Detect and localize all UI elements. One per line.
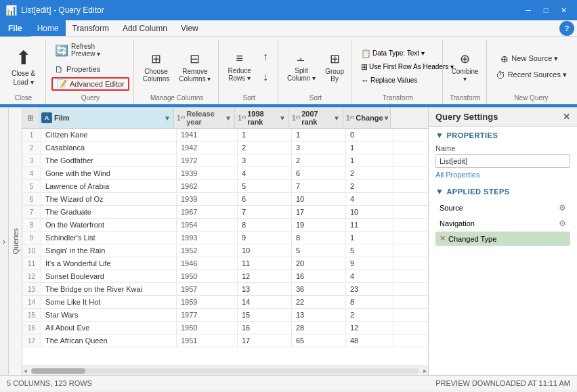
properties-button[interactable]: 🗋 Properties [51,62,119,76]
table-row[interactable]: 4 Gone with the Wind 1939 4 6 2 [22,167,428,180]
table-row[interactable]: 7 The Graduate 1967 7 17 10 [22,206,428,219]
table-row[interactable]: 2 Casablanca 1942 2 3 1 [22,141,428,154]
scroll-right-btn[interactable]: ▸ [422,367,428,374]
app-icon: 📊 [5,5,17,16]
remove-columns-label: RemoveColumns ▾ [179,68,211,83]
menu-transform[interactable]: Transform [66,20,116,36]
scroll-thumb[interactable] [31,368,85,374]
th-rank07[interactable]: 1²³ 2007 rank ▼ [289,108,343,128]
combine-button[interactable]: ⊕ Combine▾ [448,45,482,89]
nav-arrow-left[interactable]: › [0,108,9,375]
reduce-rows-label: ReduceRows ▾ [228,67,251,82]
th-rank07-menu[interactable]: ▼ [333,114,340,122]
sort-desc-button[interactable]: ↓ [257,68,274,87]
group-by-button[interactable]: ⊞ GroupBy [322,45,347,89]
step-gear-icon[interactable]: ⚙ [559,219,566,228]
remove-columns-icon: ⊟ [190,51,200,66]
query-settings-close[interactable]: ✕ [563,112,570,122]
th-rank98[interactable]: 1²³ 1998 rank ▼ [235,108,289,128]
table-row[interactable]: 14 Some Like It Hot 1959 14 22 8 [22,296,428,309]
cell-rank98: 2 [238,141,292,154]
th-change-menu[interactable]: ▼ [383,114,390,122]
th-rank98-menu[interactable]: ▼ [279,114,286,122]
properties-section: ▼ PROPERTIES Name All Properties [429,127,577,183]
choose-columns-button[interactable]: ⊞ ChooseColumns [140,45,173,89]
step-delete-icon[interactable]: ✕ [440,234,446,243]
close-button[interactable]: ✕ [555,3,572,18]
ribbon: ⬆ Close &Load ▾ Close 🔄 RefreshPreview ▾… [0,37,577,108]
remove-columns-button[interactable]: ⊟ RemoveColumns ▾ [175,45,214,89]
title-bar: 📊 List[edit] - Query Editor ─ □ ✕ [0,0,577,20]
table-row[interactable]: 11 It's a Wonderful Life 1946 11 20 9 [22,257,428,270]
sort-asc-button[interactable]: ↑ [257,47,274,66]
table-row[interactable]: 3 The Godfather 1972 3 2 1 [22,154,428,167]
th-rownum: ⊞ [22,108,39,128]
menu-view[interactable]: View [174,20,205,36]
cell-year: 1954 [177,219,238,231]
cell-change: 2 [346,167,393,179]
scroll-left-btn[interactable]: ◂ [22,367,28,374]
menu-file[interactable]: File [0,20,30,37]
all-properties-link[interactable]: All Properties [435,171,570,179]
advanced-editor-button[interactable]: 📝 Advanced Editor [51,77,129,91]
table-row[interactable]: 5 Lawrence of Arabia 1962 5 7 2 [22,180,428,193]
recent-sources-icon: ⏱ [496,70,505,81]
cell-year: 1942 [177,141,238,154]
cell-rownum: 4 [22,167,41,179]
menu-home[interactable]: Home [30,20,66,36]
close-load-button[interactable]: ⬆ Close &Load ▾ [7,43,40,91]
reduce-rows-icon: ≡ [236,51,243,66]
table-row[interactable]: 15 Star Wars 1977 15 13 2 [22,309,428,322]
th-film-menu[interactable]: ▼ [164,114,171,122]
horizontal-scrollbar[interactable]: ◂ ▸ [22,366,428,375]
applied-step-item[interactable]: Navigation ⚙ [435,216,570,231]
properties-label: Properties [66,65,100,73]
th-year-menu[interactable]: ▼ [225,114,232,122]
query-settings-title-text: Query Settings [435,112,498,122]
help-button[interactable]: ? [559,21,574,36]
status-right: PREVIEW DOWNLOADED AT 11:11 AM [435,379,570,387]
maximize-button[interactable]: □ [538,3,554,18]
applied-steps-collapse-icon[interactable]: ▼ [435,187,444,196]
use-first-row-button[interactable]: ⊞ Use First Row As Headers ▾ [358,61,457,73]
step-gear-icon[interactable]: ⚙ [559,203,566,213]
cell-year: 1993 [177,232,238,244]
cell-film: Schindler's List [41,232,177,244]
new-source-button[interactable]: ⊕ New Source ▾ [497,52,565,66]
cell-rownum: 5 [22,180,41,192]
replace-values-button[interactable]: ↔ Replace Values [358,74,421,87]
th-change[interactable]: 1²³ Change ▼ [343,108,391,128]
refresh-preview-button[interactable]: 🔄 RefreshPreview ▾ [51,41,119,60]
cell-rank98: 16 [238,322,292,334]
table-row[interactable]: 13 The Bridge on the River Kwai 1957 13 … [22,283,428,296]
data-type-button[interactable]: 📋 Data Type: Text ▾ [358,47,428,60]
cell-rownum: 17 [22,334,41,347]
table-row[interactable]: 16 All About Eve 1950 16 28 12 [22,322,428,334]
data-type-icon: 📋 [361,49,371,58]
th-year[interactable]: 1²³ Release year ▼ [174,108,235,128]
properties-collapse-icon[interactable]: ▼ [435,131,444,140]
cell-change: 1 [346,141,393,154]
scroll-track[interactable] [31,368,419,374]
minimize-button[interactable]: ─ [520,3,536,18]
table-row[interactable]: 10 Singin' in the Rain 1952 10 5 5 [22,244,428,257]
table-row[interactable]: 8 On the Waterfront 1954 8 19 11 [22,219,428,232]
cell-rank98: 5 [238,180,292,192]
reduce-rows-button[interactable]: ≡ ReduceRows ▾ [224,45,254,89]
table-row[interactable]: 1 Citizen Kane 1941 1 1 0 [22,129,428,141]
applied-step-item[interactable]: ✕ Changed Type [435,232,570,246]
table-row[interactable]: 6 The Wizard of Oz 1939 6 10 4 [22,193,428,206]
queries-label: Queries [12,228,20,255]
applied-step-item[interactable]: Source ⚙ [435,200,570,215]
th-rank07-label: 2007 rank [301,110,333,126]
split-column-button[interactable]: ⫠ SplitColumn ▾ [284,45,319,89]
ribbon-group-new-query: ⊕ New Source ▾ ⏱ Recent Sources ▾ New Qu… [488,39,574,104]
recent-sources-button[interactable]: ⏱ Recent Sources ▾ [492,68,570,82]
table-row[interactable]: 12 Sunset Boulevard 1950 12 16 4 [22,270,428,283]
cell-change: 12 [346,322,393,334]
table-row[interactable]: 17 The African Queen 1951 17 65 48 [22,334,428,347]
name-input[interactable] [435,154,570,168]
th-film[interactable]: A Film ▼ [39,108,174,128]
menu-add-column[interactable]: Add Column [116,20,174,36]
table-row[interactable]: 9 Schindler's List 1993 9 8 1 [22,232,428,244]
